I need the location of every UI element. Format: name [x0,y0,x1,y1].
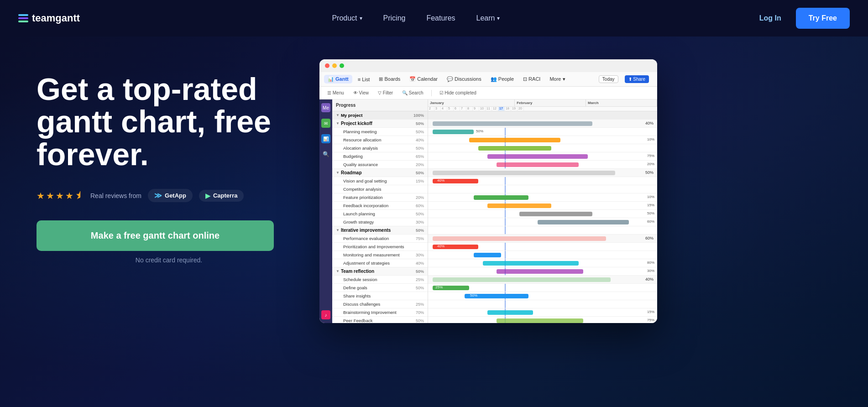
gantt-bar [497,269,583,274]
share-button[interactable]: ⬆ Share [625,75,649,83]
task-row: Competitor analysis [332,185,428,193]
profile-icon[interactable]: ♪ [321,310,330,319]
task-row: Adjustment of strategies40% [332,259,428,267]
gantt-row-task: 20% [428,161,657,169]
tab-boards[interactable]: ⊞ Boards [375,75,404,83]
gantt-bar [474,195,528,200]
gantt-bar [538,220,629,224]
logo[interactable]: teamgantt [18,12,80,24]
january-header: January [428,99,515,106]
task-row: Quality assurance20% [332,161,428,169]
gantt-row-group: 50% [428,169,657,177]
task-row: Alocation analysis50% [332,144,428,152]
gantt-row-task: 25% [428,284,657,292]
tab-more[interactable]: More ▾ [546,75,569,83]
february-header: February [515,99,586,106]
search-icon[interactable]: 🔍 [321,150,330,159]
gantt-percent-in: 40% [437,244,444,248]
nav-features[interactable]: Features [418,10,463,26]
login-button[interactable]: Log In [752,10,789,26]
gantt-percent-in: 40% [437,178,444,183]
chevron-down-icon-learn: ▾ [497,15,500,21]
gantt-row-task: 50% [428,292,657,300]
task-row: Launch planning50% [332,210,428,218]
nav-learn[interactable]: Learn ▾ [468,10,508,26]
star-half: ⯨ [75,190,84,201]
gantt-percent: 80% [647,261,654,265]
getapp-icon: ≫ [154,191,162,200]
gantt-row-task [428,144,657,152]
tab-list[interactable]: ≡ List [354,75,374,83]
search-button[interactable]: 🔍 Search [399,89,426,96]
hero-cta: Make a free gantt chart online No credit… [37,220,301,264]
nav-learn-label: Learn [476,14,495,22]
gantt-percent: 30% [647,269,654,273]
gantt-row-task: 75% [428,152,657,161]
gantt-row-task: 80% [428,259,657,267]
expand-icon: ▼ [336,113,340,117]
expand-icon: ▼ [336,269,340,273]
nav-pricing-label: Pricing [383,14,406,22]
filter-button[interactable]: ▽ Filter [375,89,396,96]
nav-product[interactable]: Product ▾ [324,10,370,26]
gantt-row-task: 60% [428,218,657,226]
capterra-label: Capterra [213,192,237,199]
task-row: Performance evaluation75% [332,235,428,243]
task-row: Peer Feedback50% [332,317,428,323]
today-button[interactable]: Today [599,75,618,83]
gantt-row-group: 40% [428,276,657,284]
window-close-dot [325,63,329,68]
task-row: Discuss challenges25% [332,300,428,308]
gantt-body: Me ✉ 📊 🔍 ♪ Progress ▼My project100% [319,99,657,323]
gantt-row-task [428,251,657,259]
hero-section: Get a top-rated gantt chart, free foreve… [0,37,868,407]
task-row: Growth strategy30% [332,218,428,226]
task-row: Prioritization and Improvements [332,243,428,251]
tab-people[interactable]: 👥 People [487,75,518,83]
tab-discussions[interactable]: 💬 Discussions [443,75,485,83]
gantt-percent-in: 25% [435,285,443,289]
capterra-icon: ▶ [205,192,210,199]
logo-bar-1 [18,14,28,16]
tab-raci[interactable]: ⊡ RACI [519,75,544,83]
tab-calendar[interactable]: 📅 Calendar [406,75,441,83]
menu-button[interactable]: ☰ Menu [324,89,347,96]
chart-icon[interactable]: 📊 [321,134,330,143]
view-button[interactable]: 👁 View [350,89,372,96]
gantt-bar [487,310,533,315]
star-3: ★ [56,190,64,201]
gantt-row-group: 40% [428,120,657,128]
task-row: Schedule session25% [332,276,428,284]
task-row: ▼Project kickoff50% [332,120,428,128]
gantt-row-task: 40% [428,177,657,185]
task-row: Vision and goal setting15% [332,177,428,185]
me-icon[interactable]: Me [321,103,330,112]
task-row: ▼Roadmap50% [332,169,428,177]
star-2: ★ [46,190,54,201]
message-icon[interactable]: ✉ [321,119,330,128]
try-free-button[interactable]: Try Free [796,8,850,29]
logo-icon [18,14,28,22]
gantt-row-task: 40% [428,243,657,251]
hide-completed-button[interactable]: ☑ Hide completed [436,89,480,96]
gantt-row-group: 60% [428,235,657,243]
gantt-preview: 📊 Gantt ≡ List ⊞ Boards 📅 Calendar 💬 Dis… [319,59,841,323]
logo-bar-2 [18,17,28,19]
gantt-row-task: 75% [428,317,657,323]
task-row: ▼Team reflection50% [332,267,428,276]
gantt-bar [483,261,579,266]
getapp-badge[interactable]: ≫ GetApp [148,189,193,202]
nav-pricing[interactable]: Pricing [375,10,414,26]
expand-icon: ▼ [336,228,340,232]
cta-button[interactable]: Make a free gantt chart online [37,220,274,251]
gantt-percent: 60% [647,219,654,224]
gantt-percent-in: 50% [470,293,477,297]
gantt-percent: 10% [647,137,654,141]
hero-reviews: ★ ★ ★ ★ ⯨ Real reviews from ≫ GetApp ▶ C… [37,189,301,202]
task-row: Resource allocation40% [332,136,428,144]
tab-gantt[interactable]: 📊 Gantt [324,75,352,83]
nav-actions: Log In Try Free [752,8,850,29]
task-row: Monitoring and measurement30% [332,251,428,259]
capterra-badge[interactable]: ▶ Capterra [199,190,244,202]
expand-icon: ▼ [336,121,340,125]
